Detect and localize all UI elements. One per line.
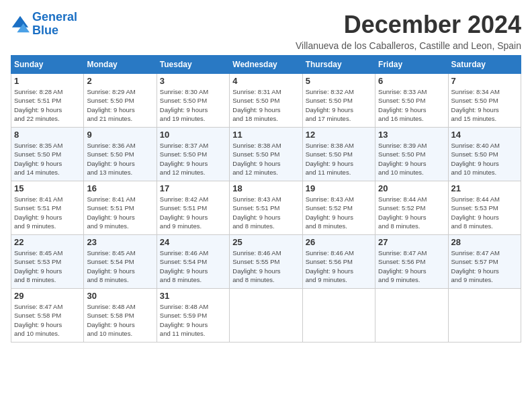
calendar-cell: 11Sunrise: 8:38 AMSunset: 5:50 PMDayligh…	[230, 128, 302, 181]
page-header: General Blue December 2024 Villanueva de…	[11, 11, 521, 51]
calendar-cell: 13Sunrise: 8:39 AMSunset: 5:50 PMDayligh…	[375, 128, 448, 181]
calendar-cell	[230, 289, 302, 342]
calendar-cell: 1Sunrise: 8:28 AMSunset: 5:51 PMDaylight…	[11, 74, 84, 128]
calendar-cell: 23Sunrise: 8:45 AMSunset: 5:54 PMDayligh…	[84, 235, 157, 289]
day-number: 10	[160, 130, 226, 140]
day-info: Sunrise: 8:44 AMSunset: 5:53 PMDaylight:…	[451, 195, 518, 230]
calendar-cell: 26Sunrise: 8:46 AMSunset: 5:56 PMDayligh…	[302, 235, 375, 289]
day-number: 1	[14, 76, 81, 86]
day-number: 16	[87, 183, 153, 193]
day-info: Sunrise: 8:30 AMSunset: 5:50 PMDaylight:…	[160, 87, 226, 123]
calendar-cell: 24Sunrise: 8:46 AMSunset: 5:54 PMDayligh…	[157, 235, 229, 289]
calendar-cell: 12Sunrise: 8:38 AMSunset: 5:50 PMDayligh…	[302, 128, 375, 181]
calendar-cell: 19Sunrise: 8:43 AMSunset: 5:52 PMDayligh…	[302, 181, 375, 235]
calendar-table: SundayMondayTuesdayWednesdayThursdayFrid…	[11, 55, 521, 342]
day-number: 27	[378, 237, 445, 247]
day-number: 22	[14, 237, 81, 247]
calendar-cell	[448, 289, 521, 342]
day-info: Sunrise: 8:34 AMSunset: 5:50 PMDaylight:…	[451, 87, 518, 123]
day-info: Sunrise: 8:38 AMSunset: 5:50 PMDaylight:…	[232, 141, 299, 177]
day-info: Sunrise: 8:37 AMSunset: 5:50 PMDaylight:…	[160, 141, 226, 177]
day-info: Sunrise: 8:39 AMSunset: 5:50 PMDaylight:…	[378, 141, 445, 177]
col-header-tuesday: Tuesday	[157, 56, 229, 74]
calendar-cell: 8Sunrise: 8:35 AMSunset: 5:50 PMDaylight…	[11, 128, 84, 181]
day-info: Sunrise: 8:46 AMSunset: 5:55 PMDaylight:…	[232, 248, 299, 284]
day-number: 3	[160, 76, 226, 86]
day-number: 26	[306, 237, 372, 247]
day-number: 14	[451, 130, 518, 140]
calendar-week-row: 8Sunrise: 8:35 AMSunset: 5:50 PMDaylight…	[11, 128, 521, 181]
day-info: Sunrise: 8:40 AMSunset: 5:50 PMDaylight:…	[451, 141, 518, 177]
col-header-thursday: Thursday	[302, 56, 375, 74]
calendar-cell: 2Sunrise: 8:29 AMSunset: 5:50 PMDaylight…	[84, 74, 157, 128]
svg-marker-0	[12, 16, 28, 28]
day-info: Sunrise: 8:38 AMSunset: 5:50 PMDaylight:…	[306, 141, 372, 177]
day-number: 23	[87, 237, 153, 247]
logo: General Blue	[11, 11, 77, 38]
calendar-cell: 16Sunrise: 8:41 AMSunset: 5:51 PMDayligh…	[84, 181, 157, 235]
day-number: 6	[378, 76, 445, 86]
day-info: Sunrise: 8:44 AMSunset: 5:52 PMDaylight:…	[378, 195, 445, 230]
calendar-body: 1Sunrise: 8:28 AMSunset: 5:51 PMDaylight…	[11, 74, 521, 342]
calendar-cell: 6Sunrise: 8:33 AMSunset: 5:50 PMDaylight…	[375, 74, 448, 128]
col-header-saturday: Saturday	[448, 56, 521, 74]
logo-text: General Blue	[32, 11, 77, 38]
day-info: Sunrise: 8:31 AMSunset: 5:50 PMDaylight:…	[232, 87, 299, 123]
day-info: Sunrise: 8:41 AMSunset: 5:51 PMDaylight:…	[87, 195, 153, 230]
day-info: Sunrise: 8:42 AMSunset: 5:51 PMDaylight:…	[160, 195, 226, 230]
day-number: 29	[14, 291, 81, 301]
day-info: Sunrise: 8:41 AMSunset: 5:51 PMDaylight:…	[14, 195, 81, 230]
day-info: Sunrise: 8:48 AMSunset: 5:58 PMDaylight:…	[87, 302, 153, 338]
day-number: 18	[232, 183, 299, 193]
calendar-cell: 9Sunrise: 8:36 AMSunset: 5:50 PMDaylight…	[84, 128, 157, 181]
day-info: Sunrise: 8:28 AMSunset: 5:51 PMDaylight:…	[14, 87, 81, 123]
calendar-cell: 5Sunrise: 8:32 AMSunset: 5:50 PMDaylight…	[302, 74, 375, 128]
day-number: 7	[451, 76, 518, 86]
day-number: 5	[306, 76, 372, 86]
calendar-cell: 15Sunrise: 8:41 AMSunset: 5:51 PMDayligh…	[11, 181, 84, 235]
calendar-cell: 10Sunrise: 8:37 AMSunset: 5:50 PMDayligh…	[157, 128, 229, 181]
day-number: 19	[306, 183, 372, 193]
calendar-cell: 17Sunrise: 8:42 AMSunset: 5:51 PMDayligh…	[157, 181, 229, 235]
calendar-week-row: 15Sunrise: 8:41 AMSunset: 5:51 PMDayligh…	[11, 181, 521, 235]
calendar-cell: 20Sunrise: 8:44 AMSunset: 5:52 PMDayligh…	[375, 181, 448, 235]
day-info: Sunrise: 8:45 AMSunset: 5:53 PMDaylight:…	[14, 248, 81, 284]
day-number: 31	[160, 291, 226, 301]
calendar-cell: 30Sunrise: 8:48 AMSunset: 5:58 PMDayligh…	[84, 289, 157, 342]
day-info: Sunrise: 8:33 AMSunset: 5:50 PMDaylight:…	[378, 87, 445, 123]
day-number: 21	[451, 183, 518, 193]
day-info: Sunrise: 8:47 AMSunset: 5:57 PMDaylight:…	[451, 248, 518, 284]
month-title: December 2024	[296, 11, 521, 39]
calendar-cell: 7Sunrise: 8:34 AMSunset: 5:50 PMDaylight…	[448, 74, 521, 128]
day-info: Sunrise: 8:32 AMSunset: 5:50 PMDaylight:…	[306, 87, 372, 123]
day-number: 2	[87, 76, 153, 86]
day-number: 12	[306, 130, 372, 140]
day-info: Sunrise: 8:43 AMSunset: 5:52 PMDaylight:…	[306, 195, 372, 230]
calendar-cell	[375, 289, 448, 342]
location-subtitle: Villanueva de los Caballeros, Castille a…	[296, 40, 521, 51]
calendar-cell: 27Sunrise: 8:47 AMSunset: 5:56 PMDayligh…	[375, 235, 448, 289]
day-number: 20	[378, 183, 445, 193]
day-number: 17	[160, 183, 226, 193]
day-number: 11	[232, 130, 299, 140]
calendar-header-row: SundayMondayTuesdayWednesdayThursdayFrid…	[11, 56, 521, 74]
day-number: 24	[160, 237, 226, 247]
day-number: 8	[14, 130, 81, 140]
day-number: 25	[232, 237, 299, 247]
day-info: Sunrise: 8:47 AMSunset: 5:56 PMDaylight:…	[378, 248, 445, 284]
day-info: Sunrise: 8:43 AMSunset: 5:51 PMDaylight:…	[232, 195, 299, 230]
day-info: Sunrise: 8:48 AMSunset: 5:59 PMDaylight:…	[160, 302, 226, 338]
calendar-cell: 18Sunrise: 8:43 AMSunset: 5:51 PMDayligh…	[230, 181, 302, 235]
col-header-sunday: Sunday	[11, 56, 84, 74]
calendar-week-row: 1Sunrise: 8:28 AMSunset: 5:51 PMDaylight…	[11, 74, 521, 128]
day-number: 9	[87, 130, 153, 140]
calendar-cell: 29Sunrise: 8:47 AMSunset: 5:58 PMDayligh…	[11, 289, 84, 342]
day-info: Sunrise: 8:46 AMSunset: 5:56 PMDaylight:…	[306, 248, 372, 284]
day-number: 4	[232, 76, 299, 86]
calendar-week-row: 22Sunrise: 8:45 AMSunset: 5:53 PMDayligh…	[11, 235, 521, 289]
calendar-cell: 21Sunrise: 8:44 AMSunset: 5:53 PMDayligh…	[448, 181, 521, 235]
day-info: Sunrise: 8:45 AMSunset: 5:54 PMDaylight:…	[87, 248, 153, 284]
calendar-cell: 31Sunrise: 8:48 AMSunset: 5:59 PMDayligh…	[157, 289, 229, 342]
col-header-wednesday: Wednesday	[230, 56, 302, 74]
day-info: Sunrise: 8:46 AMSunset: 5:54 PMDaylight:…	[160, 248, 226, 284]
